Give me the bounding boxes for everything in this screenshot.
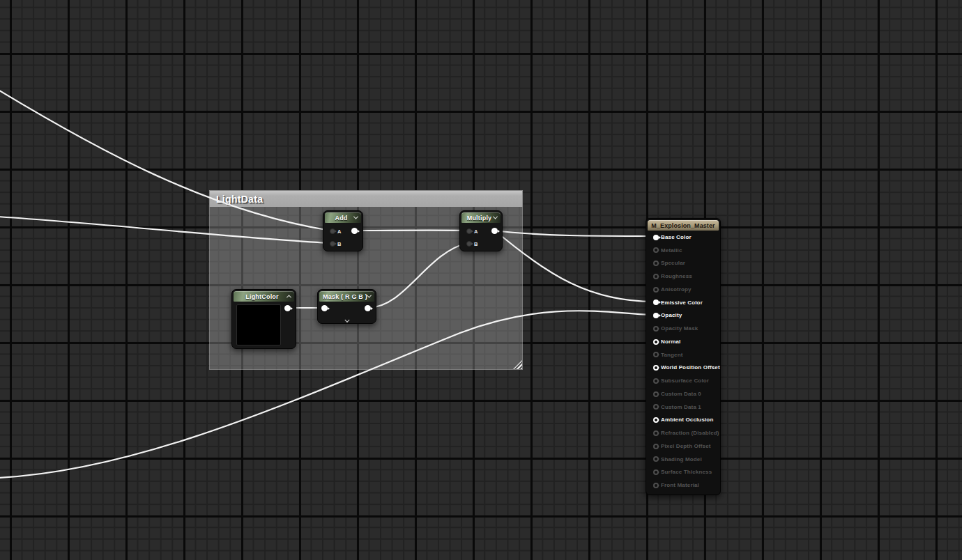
material-pin-icon[interactable] <box>653 274 659 279</box>
material-pin-label: Custom Data 0 <box>661 391 701 397</box>
node-add-header[interactable]: Add <box>325 212 361 223</box>
pin-subsurface-color[interactable]: Subsurface Color <box>648 374 719 387</box>
material-pin-label: Custom Data 1 <box>661 404 701 410</box>
material-pin-label: Specular <box>661 260 685 266</box>
input-pin-a[interactable] <box>466 228 472 234</box>
material-pin-icon[interactable] <box>653 404 659 410</box>
material-pin-label: Front Material <box>661 482 699 488</box>
output-pin[interactable] <box>284 305 291 311</box>
node-mask-header[interactable]: Mask ( R G B ) <box>319 291 374 302</box>
pin-custom-data-1[interactable]: Custom Data 1 <box>648 400 719 414</box>
pin-pixel-depth-offset[interactable]: Pixel Depth Offset <box>648 440 719 453</box>
master-node-header[interactable]: M_Explosion_Master <box>648 220 719 231</box>
material-pin-label: Pixel Depth Offset <box>661 443 711 449</box>
material-pin-icon[interactable] <box>653 313 659 318</box>
input-pin-a[interactable] <box>330 228 335 234</box>
node-title: LightColor <box>237 293 287 300</box>
pin-shading-model[interactable]: Shading Model <box>648 453 719 466</box>
node-title: Mask ( R G B ) <box>323 293 367 300</box>
material-pin-icon[interactable] <box>653 444 659 449</box>
material-pin-label: Refraction (Disabled) <box>661 430 719 436</box>
pin-metallic[interactable]: Metallic <box>648 244 719 257</box>
material-pin-label: Metallic <box>661 247 682 254</box>
material-pin-icon[interactable] <box>653 352 659 357</box>
material-pin-icon[interactable] <box>653 417 659 423</box>
node-lightcolor-header[interactable]: LightColor <box>234 291 294 302</box>
material-pin-icon[interactable] <box>653 339 659 345</box>
pin-anisotropy[interactable]: Anisotropy <box>648 283 719 296</box>
pin-front-material[interactable]: Front Material <box>648 479 719 492</box>
material-pin-label: Base Color <box>661 234 692 240</box>
pin-world-position-offset[interactable]: World Position Offset <box>648 361 719 375</box>
node-multiply[interactable]: Multiply A B <box>459 210 503 251</box>
output-pin[interactable] <box>365 305 371 311</box>
chevron-down-icon[interactable] <box>493 215 498 219</box>
pin-refraction-disabled[interactable]: Refraction (Disabled) <box>648 426 719 440</box>
material-pin-icon[interactable] <box>653 247 659 253</box>
material-pin-icon[interactable] <box>653 287 659 293</box>
material-pin-label: Surface Thickness <box>661 469 712 475</box>
pin-label-b: B <box>337 241 341 247</box>
pin-specular[interactable]: Specular <box>648 257 719 270</box>
pin-roughness[interactable]: Roughness <box>648 270 719 283</box>
expand-chevron-icon[interactable] <box>344 318 349 322</box>
input-pin-b[interactable] <box>330 241 335 247</box>
material-pin-label: Normal <box>661 339 680 345</box>
material-pin-icon[interactable] <box>653 260 659 266</box>
material-pin-icon[interactable] <box>653 469 659 475</box>
node-add[interactable]: Add A B <box>323 210 363 251</box>
material-pin-label: Emissive Color <box>661 300 703 306</box>
material-pin-icon[interactable] <box>653 456 659 462</box>
material-pin-icon[interactable] <box>653 365 659 371</box>
material-pin-icon[interactable] <box>653 391 659 397</box>
material-pin-icon[interactable] <box>653 235 659 240</box>
material-pin-label: Anisotropy <box>661 286 692 293</box>
chevron-up-icon[interactable] <box>287 295 291 300</box>
material-pin-label: Opacity <box>661 312 682 318</box>
output-pin[interactable] <box>351 228 358 234</box>
pin-label-a: A <box>337 228 341 235</box>
node-lightcolor[interactable]: LightColor <box>231 289 296 349</box>
chevron-down-icon[interactable] <box>367 293 372 298</box>
material-pin-label: Ambient Occlusion <box>661 417 713 423</box>
node-title: Add <box>328 215 354 221</box>
chevron-down-icon[interactable] <box>353 215 358 219</box>
material-pin-icon[interactable] <box>653 430 659 436</box>
output-pin[interactable] <box>491 228 498 234</box>
material-pin-label: Shading Model <box>661 456 702 462</box>
pin-emissive-color[interactable]: Emissive Color <box>648 296 719 309</box>
pin-surface-thickness[interactable]: Surface Thickness <box>648 466 719 479</box>
material-pin-icon[interactable] <box>653 300 659 305</box>
node-mask-rgb[interactable]: Mask ( R G B ) <box>317 289 376 324</box>
input-pin-b[interactable] <box>466 241 472 247</box>
material-graph-canvas[interactable]: LightData Add A B <box>0 0 962 560</box>
pin-label-a: A <box>474 228 478 235</box>
material-pin-label: World Position Offset <box>661 364 720 371</box>
comment-title-bar[interactable]: LightData <box>209 190 523 207</box>
node-title: Multiply <box>465 215 494 221</box>
pin-label-b: B <box>474 241 478 247</box>
color-preview-swatch[interactable] <box>236 304 281 345</box>
pin-ambient-occlusion[interactable]: Ambient Occlusion <box>648 414 719 427</box>
material-pin-icon[interactable] <box>653 483 659 488</box>
material-pin-icon[interactable] <box>653 378 659 384</box>
input-pin[interactable] <box>321 305 328 311</box>
pin-tangent[interactable]: Tangent <box>648 348 719 361</box>
material-pin-label: Roughness <box>661 273 692 279</box>
node-material-result[interactable]: M_Explosion_Master Base Color Metallic S… <box>646 218 721 495</box>
master-pin-list: Base Color Metallic Specular Roughness A… <box>648 231 719 492</box>
master-node-title: M_Explosion_Master <box>651 222 715 229</box>
material-pin-label: Subsurface Color <box>661 378 709 384</box>
pin-opacity-mask[interactable]: Opacity Mask <box>648 322 719 335</box>
pin-opacity[interactable]: Opacity <box>648 309 719 322</box>
multiply-input-b-row: B <box>461 238 501 250</box>
material-pin-label: Opacity Mask <box>661 325 698 332</box>
pin-normal[interactable]: Normal <box>648 335 719 348</box>
add-input-b-row: B <box>325 238 361 250</box>
node-multiply-header[interactable]: Multiply <box>461 212 501 223</box>
pin-base-color[interactable]: Base Color <box>648 231 719 244</box>
pin-custom-data-0[interactable]: Custom Data 0 <box>648 387 719 400</box>
material-pin-label: Tangent <box>661 352 683 358</box>
material-pin-icon[interactable] <box>653 326 659 332</box>
